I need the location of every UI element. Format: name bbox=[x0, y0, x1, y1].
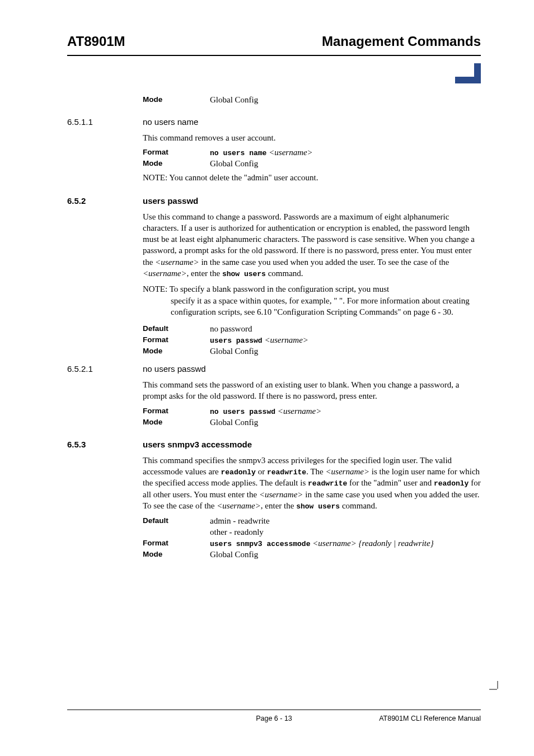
header-rule bbox=[67, 55, 481, 56]
mode-label-6521: Mode bbox=[143, 418, 210, 427]
format-label-6521: Format bbox=[143, 407, 210, 416]
default-value2-653: other - readonly bbox=[210, 528, 481, 537]
format-value-653: users snmpv3 accessmode <username> {read… bbox=[210, 539, 481, 548]
section-number-6511: 6.5.1.1 bbox=[67, 117, 93, 127]
format-label-653: Format bbox=[143, 539, 210, 548]
section-title-6521: no users passwd bbox=[143, 364, 481, 374]
svg-rect-1 bbox=[474, 63, 481, 83]
mode-label: Mode bbox=[143, 95, 210, 105]
mode-value-653: Global Config bbox=[210, 550, 481, 559]
page-content: Mode Global Config 6.5.1.1 no users name… bbox=[67, 95, 481, 559]
mode-label-652: Mode bbox=[143, 347, 210, 356]
mode-value: Global Config bbox=[210, 95, 481, 105]
section-title-653: users snmpv3 accessmode bbox=[143, 440, 481, 449]
mode-value-6521: Global Config bbox=[210, 418, 481, 427]
mode-label-6511: Mode bbox=[143, 159, 210, 169]
format-label-6511: Format bbox=[143, 148, 210, 157]
mode-value-6511: Global Config bbox=[210, 159, 481, 169]
page-footer: Page 6 - 13 AT8901M CLI Reference Manual bbox=[67, 710, 481, 722]
default-value-652: no password bbox=[210, 324, 481, 334]
default-value1-653: admin - readwrite bbox=[210, 516, 481, 526]
page-header: AT8901M Management Commands bbox=[67, 34, 481, 49]
default-label-652: Default bbox=[143, 324, 210, 334]
format-value-6521: no users passwd <username> bbox=[210, 407, 481, 416]
section-title-6511: no users name bbox=[143, 117, 481, 127]
mode-value-652: Global Config bbox=[210, 347, 481, 356]
default-label-653: Default bbox=[143, 516, 210, 526]
note-6511: NOTE: You cannot delete the "admin" user… bbox=[143, 172, 481, 183]
header-left: AT8901M bbox=[67, 34, 125, 49]
corner-decoration bbox=[455, 63, 481, 83]
section-number-6521: 6.5.2.1 bbox=[67, 364, 93, 374]
mode-label-653: Mode bbox=[143, 550, 210, 559]
format-label-652: Format bbox=[143, 335, 210, 345]
footer-page: Page 6 - 13 bbox=[205, 715, 343, 722]
intro-6511: This command removes a user account. bbox=[143, 132, 481, 143]
footer-manual: AT8901M CLI Reference Manual bbox=[343, 715, 481, 722]
header-right: Management Commands bbox=[322, 34, 481, 49]
crop-mark bbox=[489, 681, 506, 700]
section-number-652: 6.5.2 bbox=[67, 196, 86, 206]
note-652: NOTE: To specify a blank password in the… bbox=[143, 283, 481, 318]
section-number-653: 6.5.3 bbox=[67, 440, 86, 449]
para-653: This command specifies the snmpv3 access… bbox=[143, 455, 481, 512]
intro-6521: This command sets the password of an exi… bbox=[143, 379, 481, 402]
section-title-652: users passwd bbox=[143, 196, 481, 206]
para-652: Use this command to change a password. P… bbox=[143, 211, 481, 279]
format-value-652: users passwd <username> bbox=[210, 335, 481, 345]
svg-rect-0 bbox=[455, 77, 474, 83]
format-value-6511: no users name <username> bbox=[210, 148, 481, 157]
